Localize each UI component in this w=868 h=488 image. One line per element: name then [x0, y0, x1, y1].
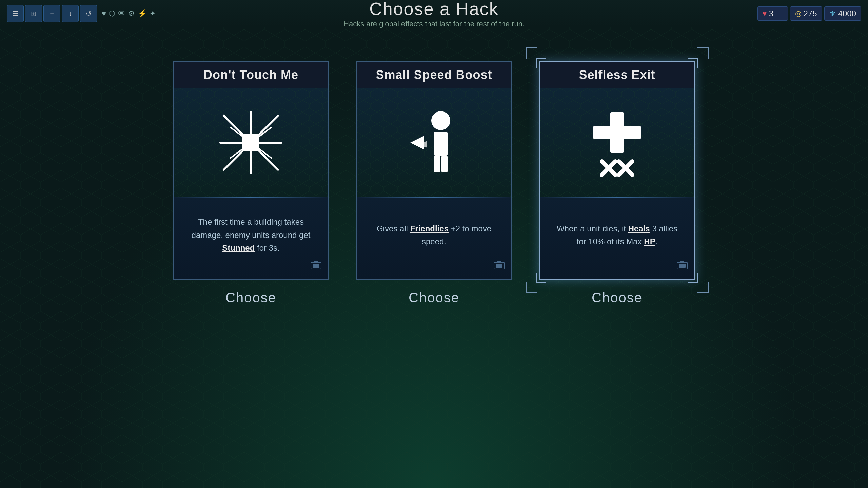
add-button[interactable]: +	[43, 5, 60, 22]
heals-keyword: Heals	[628, 224, 650, 233]
bracket-tl	[536, 58, 546, 68]
card-selfless-exit[interactable]: Selfless Exit	[539, 61, 695, 280]
card-description-1: The first time a building takes damage, …	[187, 216, 315, 255]
svg-rect-24	[497, 261, 501, 263]
top-bar: ☰ ⊞ + ↓ ↺ ♥ ⬡ 👁 ⚙ ⚡ ✦ Choose a Hack Hack…	[0, 0, 868, 27]
card-cost-icon-1	[309, 260, 323, 274]
toolbar: ☰ ⊞ + ↓ ↺ ♥ ⬡ 👁 ⚙ ⚡ ✦	[7, 5, 156, 22]
svg-marker-20	[410, 136, 424, 149]
gear-nav-icon[interactable]: ⚙	[128, 9, 135, 18]
star-nav-icon[interactable]: ✦	[150, 9, 156, 18]
card-wrapper-dont-touch-me: Don't Touch Me	[173, 61, 329, 305]
heart-icon: ♥	[763, 9, 767, 18]
svg-rect-19	[441, 156, 448, 172]
svg-rect-14	[313, 264, 319, 268]
card-text-area-1: The first time a building takes damage, …	[174, 198, 328, 279]
nav-icons: ♥ ⬡ 👁 ⚙ ⚡ ✦	[102, 9, 156, 18]
svg-rect-33	[680, 261, 684, 263]
svg-rect-26	[593, 126, 641, 139]
card-wrapper-small-speed-boost: Small Speed Boost	[356, 61, 512, 305]
score-value: 4000	[838, 9, 856, 18]
cost-icon-svg-1	[309, 260, 323, 271]
svg-point-16	[431, 111, 450, 130]
svg-rect-18	[434, 156, 440, 172]
card-image-2	[357, 88, 511, 197]
card-title-3: Selfless Exit	[547, 68, 688, 82]
card-title-bar-1: Don't Touch Me	[174, 62, 328, 88]
stunned-keyword: Stunned	[222, 243, 255, 252]
svg-line-1	[224, 116, 251, 143]
refresh-button[interactable]: ↺	[80, 5, 97, 22]
card-description-3: When a unit dies, it Heals 3 allies for …	[553, 222, 681, 248]
svg-rect-32	[679, 264, 686, 268]
svg-line-3	[224, 143, 251, 170]
svg-rect-23	[496, 264, 502, 268]
hp-keyword: HP	[644, 237, 655, 246]
cards-area: Don't Touch Me	[0, 27, 868, 305]
friendlies-keyword: Friendlies	[410, 224, 449, 233]
choose-button-1[interactable]: Choose	[225, 290, 276, 305]
svg-line-4	[251, 143, 278, 170]
eye-nav-icon[interactable]: 👁	[118, 9, 125, 18]
card-dont-touch-me[interactable]: Don't Touch Me	[173, 61, 329, 280]
score-stat: ⚜ 4000	[824, 6, 861, 21]
card-title-2: Small Speed Boost	[363, 68, 505, 82]
stats-bar: ♥ 3 ◎ 275 ⚜ 4000	[757, 6, 861, 21]
card-cost-icon-2	[492, 260, 506, 274]
cost-icon-svg-3	[675, 260, 689, 271]
download-button[interactable]: ↓	[62, 5, 79, 22]
card-title-1: Don't Touch Me	[180, 68, 321, 82]
cost-icon-svg-2	[492, 260, 506, 271]
card-text-area-2: Gives all Friendlies +2 to move speed.	[357, 198, 511, 279]
lightning-nav-icon[interactable]: ⚡	[138, 9, 147, 18]
outer-bracket-tr	[697, 47, 709, 59]
card-text-area-3: When a unit dies, it Heals 3 allies for …	[540, 198, 694, 279]
choose-button-2[interactable]: Choose	[409, 290, 459, 305]
card-image-3	[540, 88, 694, 197]
card-cost-icon-3	[675, 260, 689, 274]
grid-button[interactable]: ⊞	[25, 5, 42, 22]
outer-bracket-br	[697, 282, 709, 293]
card-title-bar-2: Small Speed Boost	[357, 62, 511, 88]
card-description-2: Gives all Friendlies +2 to move speed.	[370, 222, 498, 248]
heart-nav-icon[interactable]: ♥	[102, 9, 106, 18]
page-title: Choose a Hack	[343, 0, 525, 19]
svg-line-2	[251, 116, 278, 143]
hearts-value: 3	[769, 9, 773, 18]
header-center: Choose a Hack Hacks are global effects t…	[343, 0, 525, 28]
menu-button[interactable]: ☰	[7, 5, 24, 22]
card-image-1	[174, 88, 328, 197]
choose-button-3[interactable]: Choose	[592, 290, 643, 305]
score-icon: ⚜	[829, 9, 836, 18]
selfless-exit-icon	[583, 105, 651, 180]
selfless-exit-outer: Selfless Exit	[539, 61, 695, 280]
svg-rect-15	[314, 261, 318, 263]
hearts-stat: ♥ 3	[757, 6, 788, 21]
hex-nav-icon[interactable]: ⬡	[109, 9, 115, 18]
card-small-speed-boost[interactable]: Small Speed Boost	[356, 61, 512, 280]
dont-touch-icon	[217, 109, 285, 177]
svg-rect-17	[434, 132, 448, 156]
card-wrapper-selfless-exit: Selfless Exit	[539, 61, 695, 305]
time-icon: ◎	[795, 9, 802, 18]
page-subtitle: Hacks are global effects that last for t…	[343, 20, 525, 28]
speed-boost-icon	[400, 105, 468, 180]
bracket-tr	[688, 58, 698, 68]
time-value: 275	[804, 9, 817, 18]
outer-bracket-bl	[526, 282, 537, 293]
time-stat: ◎ 275	[790, 6, 822, 21]
card-title-bar-3: Selfless Exit	[540, 62, 694, 88]
